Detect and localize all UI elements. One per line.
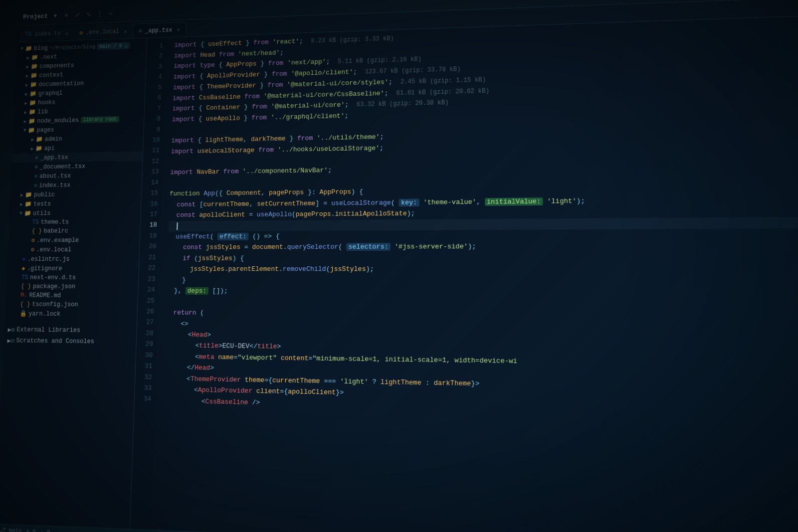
api-label: api [44,145,55,152]
tab-close-index-ts[interactable]: ✕ [65,30,69,36]
status-errors: ✕ 0 [26,528,36,532]
pages-folder-icon: 📁 [28,127,35,134]
ln-14: 14 [142,177,159,188]
sidebar-item-next-env-dts[interactable]: ▶ TS next-env.d.ts [6,273,139,282]
tab-close-env-local[interactable]: ✕ [124,28,127,34]
sidebar-item-package-json[interactable]: ▶ { } package.json [6,282,138,292]
graphql-label: graphql [38,90,63,97]
sidebar-item-env-local[interactable]: ▶ ⚙ .env.local [7,245,139,255]
ln-25: 25 [138,295,155,306]
ln-3: 3 [146,61,163,72]
next-env-dts-icon: TS [21,274,28,281]
main-content: ▼ 📁 blog ~/Projects/blog main / 9 △ ▶ 📁 … [0,15,798,532]
next-folder-icon: 📁 [31,54,38,61]
project-label[interactable]: Project [23,12,48,20]
eslintrc-label: .eslintrc.js [27,256,70,263]
ln-10: 10 [143,135,160,146]
collapse-icon[interactable]: ⤡ [85,10,92,18]
sidebar-item-tests[interactable]: ▶ 📁 tests [9,198,141,209]
admin-chevron: ▶ [29,137,36,143]
sidebar-item-public[interactable]: ▶ 📁 public [10,189,141,200]
more-icon[interactable]: ⋮ [96,10,104,18]
documentation-chevron: ▶ [23,82,30,88]
expand-icon[interactable]: ⤢ [73,11,81,19]
sidebar-item-tsconfig[interactable]: ▶ { } tsconfig.json [5,300,138,310]
branch-badge: main / 9 △ [97,42,130,50]
tab-app-tsx[interactable]: ⚛ _app.tsx ✕ [132,22,187,38]
sidebar-item-gitignore[interactable]: ▶ ◆ .gitignore [6,264,139,273]
tab-env-local[interactable]: ⚙ .env.local ✕ [74,24,133,40]
react-file-icon: ⚛ [139,27,142,35]
ln-26: 26 [138,306,155,317]
ln-20: 20 [140,241,157,252]
status-left: ⎇ main ✕ 0 ⚠ 0 [0,527,50,532]
tests-chevron: ▶ [18,201,25,207]
pages-label: pages [36,127,54,134]
tab-label-env-local: .env.local [85,28,119,36]
library-root-badge: library root [81,116,120,123]
env-example-icon: ⚙ [31,237,35,244]
tsconfig-icon: { } [20,301,30,308]
project-dropdown-icon[interactable]: ▼ [51,12,59,20]
code-area: 1 2 3 4 5 6 7 8 9 10 11 12 13 [130,15,798,532]
tab-label-app-tsx: _app.tsx [145,26,172,34]
env-example-label: .env.example [36,237,79,244]
env-local-label: .env.local [36,246,71,253]
ln-32: 32 [135,371,152,383]
graphql-chevron: ▶ [23,91,29,97]
document-tsx-icon: ⚛ [34,163,38,171]
code-line-20: const jssStyles = document.querySelector… [168,240,798,253]
node-modules-folder-icon: 📁 [28,117,35,125]
env-file-icon: ⚙ [79,29,83,36]
yarn-lock-icon: 🔒 [19,310,27,317]
ln-30: 30 [136,350,153,360]
code-lines: import { useEffect } from 'react'; 8.23 … [151,15,798,532]
sidebar-item-yarn-lock[interactable]: ▶ 🔒 yarn.lock [4,309,137,319]
sidebar-item-utils[interactable]: ▼ 📁 utils [9,208,141,218]
tab-close-app-tsx[interactable]: ✕ [177,26,181,33]
components-folder-icon: 📁 [31,63,38,70]
index-tsx-icon: ⚛ [33,182,37,189]
index-tsx-label: index.tsx [39,181,71,188]
hooks-folder-icon: 📁 [29,99,36,107]
tab-label-index-ts: index.ts [34,30,61,37]
theme-ts-icon: TS [32,219,39,226]
sidebar-item-eslintrc[interactable]: ▶ ◈ .eslintrc.js [7,254,139,264]
code-editor[interactable]: 1 2 3 4 5 6 7 8 9 10 11 12 13 [130,15,798,532]
sidebar-item-external-libraries[interactable]: ▶ ⊞ External Libraries [4,324,137,337]
ln-23: 23 [139,274,156,285]
next-chevron: ▶ [25,55,31,61]
ln-21: 21 [139,252,156,263]
components-chevron: ▶ [24,64,31,70]
sidebar-item-babelrc[interactable]: ▶ { } babelrc [8,226,140,236]
lib-label: lib [37,108,48,115]
ln-9: 9 [144,124,160,135]
ln-31: 31 [136,360,153,371]
package-json-label: package.json [33,283,75,290]
document-tsx-label: _document.tsx [40,163,86,171]
code-line-21: if (jssStyles) { [167,252,798,264]
sidebar-item-theme-ts[interactable]: ▶ TS theme.ts [9,217,141,227]
components-label: components [39,62,74,69]
ln-5: 5 [145,82,162,93]
api-chevron: ▶ [29,146,35,152]
readme-label: README.md [29,292,61,299]
yarn-lock-label: yarn.lock [28,310,60,317]
eslintrc-icon: ◈ [22,255,25,263]
sidebar-item-env-example[interactable]: ▶ ⚙ .env.example [8,235,140,245]
utils-chevron: ▼ [17,211,24,216]
settings-icon[interactable]: ⊙ [62,11,70,19]
sidebar-item-scratches[interactable]: ▶ ⊟ Scratches and Consoles [3,335,137,348]
blog-label: blog [34,44,48,51]
sidebar-item-readme[interactable]: ▶ M↓ README.md [5,291,138,301]
tab-index-ts[interactable]: TS index.ts ✕ [19,26,74,42]
admin-folder-icon: 📁 [36,136,43,143]
ln-33: 33 [135,382,152,394]
node-modules-label: node_modules [37,117,79,124]
minimize-icon[interactable]: — [107,10,115,18]
next-env-dts-label: next-env.d.ts [30,274,76,281]
next-label: .next [40,53,57,60]
text-cursor [177,222,178,230]
node-modules-chevron: ▶ [22,118,28,124]
ide-container: Project ▼ ⊙ ⤢ ⤡ ⋮ — 👤 Add Configuration.… [0,0,798,532]
